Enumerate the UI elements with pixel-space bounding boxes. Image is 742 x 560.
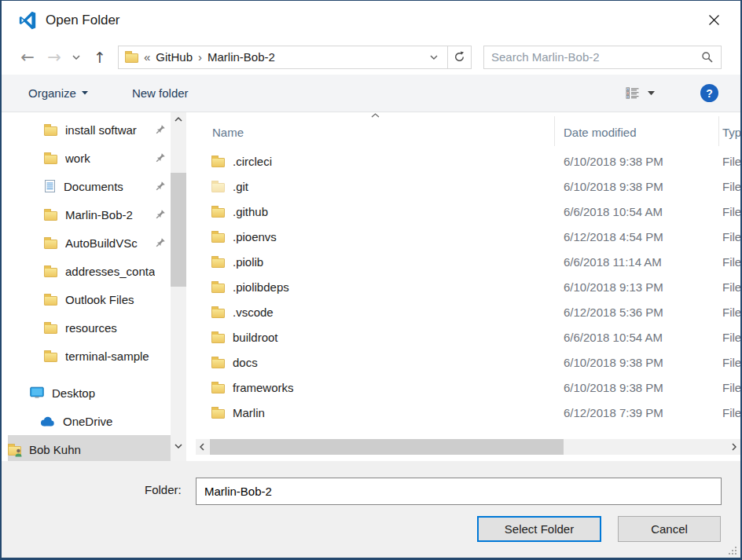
- file-row-pioenvs[interactable]: .pioenvs 6/12/2018 4:54 PM File: [196, 224, 740, 249]
- scroll-left-button[interactable]: [196, 439, 208, 455]
- refresh-icon: [454, 51, 465, 63]
- scroll-right-button[interactable]: [728, 439, 740, 455]
- folder-icon: [211, 158, 225, 167]
- list-view-icon: [626, 87, 640, 99]
- sidebar-item-documents[interactable]: Documents: [8, 172, 171, 200]
- new-folder-button[interactable]: New folder: [132, 86, 189, 100]
- folder-icon: [44, 353, 57, 362]
- command-toolbar: Organize New folder: [2, 75, 740, 112]
- sidebar-item-outlook-files[interactable]: Outlook Files: [8, 285, 171, 313]
- folder-icon: [44, 211, 57, 221]
- breadcrumb-separator: ›: [198, 50, 202, 64]
- recent-locations-button[interactable]: [68, 55, 85, 60]
- pin-icon: [156, 209, 166, 219]
- search-input[interactable]: [491, 50, 701, 64]
- navigation-bar: ← → ↑ « GitHub › Marlin-Bob-2: [2, 39, 740, 75]
- folder-icon: [211, 334, 225, 343]
- sidebar-item-resources[interactable]: resources: [8, 313, 171, 342]
- forward-button[interactable]: →: [41, 48, 68, 67]
- select-folder-button[interactable]: Select Folder: [477, 516, 601, 542]
- visual-studio-code-icon: [17, 10, 38, 31]
- horizontal-scrollbar[interactable]: [196, 439, 740, 455]
- column-headers: Name Date modified Typ: [196, 112, 740, 148]
- sidebar-item-onedrive[interactable]: OneDrive: [8, 407, 171, 435]
- folder-icon: [211, 309, 225, 318]
- breadcrumb-item-github[interactable]: GitHub: [156, 50, 193, 64]
- sidebar-item-addresses-contacts[interactable]: addresses_conta: [8, 257, 171, 285]
- help-button[interactable]: ?: [700, 84, 718, 102]
- scrollbar-thumb[interactable]: [210, 439, 564, 455]
- chevron-left-icon: [200, 443, 204, 451]
- sidebar-item-install-software[interactable]: install softwar: [8, 115, 171, 144]
- organize-label: Organize: [28, 86, 76, 100]
- folder-icon: [211, 183, 225, 192]
- search-icon[interactable]: [701, 51, 714, 64]
- sidebar-item-desktop[interactable]: Desktop: [8, 379, 171, 407]
- file-row-frameworks[interactable]: frameworks 6/10/2018 9:38 PM File: [196, 375, 740, 400]
- sidebar-item-terminal-sample[interactable]: terminal-sample: [8, 342, 171, 370]
- folder-name-input[interactable]: [196, 478, 722, 505]
- back-button[interactable]: ←: [14, 48, 41, 67]
- refresh-button[interactable]: [447, 46, 471, 68]
- folder-icon: [44, 268, 57, 277]
- chevron-down-icon: [174, 444, 182, 448]
- sidebar-item-work[interactable]: work: [8, 144, 171, 172]
- help-label: ?: [706, 87, 713, 100]
- folder-icon: [44, 240, 57, 249]
- titlebar: Open Folder: [2, 1, 740, 39]
- close-button[interactable]: [701, 8, 726, 33]
- folder-icon: [44, 324, 57, 334]
- pin-icon: [156, 237, 166, 247]
- organize-button[interactable]: Organize: [28, 86, 88, 100]
- sidebar-item-bob-kuhn[interactable]: Bob Kuhn: [8, 435, 171, 461]
- folder-icon: [44, 296, 57, 306]
- toolbar-right: ?: [626, 84, 725, 102]
- column-divider[interactable]: [718, 116, 719, 146]
- file-row-github[interactable]: .github 6/6/2018 10:54 AM File: [196, 199, 740, 224]
- column-divider[interactable]: [554, 116, 555, 146]
- file-row-circleci[interactable]: .circleci 6/10/2018 9:38 PM File: [196, 148, 740, 174]
- breadcrumb-item-current[interactable]: Marlin-Bob-2: [208, 50, 275, 64]
- breadcrumb-prefix[interactable]: «: [144, 50, 150, 64]
- chevron-down-icon: [430, 55, 438, 60]
- navigation-pane: install softwar work: [8, 112, 171, 461]
- column-header-name[interactable]: Name: [212, 126, 244, 139]
- file-row-buildroot[interactable]: buildroot 6/6/2018 10:54 AM File: [196, 324, 740, 350]
- pin-icon: [156, 181, 166, 191]
- sidebar-item-autobuildvsc[interactable]: AutoBuildVSc: [8, 229, 171, 257]
- file-row-vscode[interactable]: .vscode 6/12/2018 5:36 PM File: [196, 299, 740, 324]
- address-dropdown-button[interactable]: [427, 55, 441, 60]
- user-folder-icon: [8, 444, 21, 456]
- file-row-piolib[interactable]: .piolib 6/6/2018 11:14 AM File: [196, 249, 740, 274]
- column-header-date-modified[interactable]: Date modified: [564, 126, 637, 139]
- new-folder-label: New folder: [132, 86, 189, 100]
- scroll-up-button[interactable]: [171, 112, 186, 126]
- pin-icon: [156, 124, 166, 134]
- folder-icon: [211, 409, 225, 419]
- open-folder-dialog: Open Folder ← → ↑ « GitHub › Marlin-Bob-…: [0, 0, 742, 560]
- folder-icon: [44, 126, 57, 136]
- column-header-type[interactable]: Typ: [722, 126, 740, 139]
- folder-label: Folder:: [145, 483, 182, 496]
- file-row-docs[interactable]: docs 6/10/2018 9:38 PM File: [196, 350, 740, 375]
- cancel-button[interactable]: Cancel: [618, 516, 721, 542]
- scrollbar-thumb[interactable]: [171, 173, 186, 287]
- address-bar[interactable]: « GitHub › Marlin-Bob-2: [118, 46, 472, 69]
- documents-icon: [44, 179, 56, 193]
- file-list: .circleci 6/10/2018 9:38 PM File .git 6/…: [196, 148, 740, 439]
- close-icon: [708, 14, 720, 26]
- scrollbar-track[interactable]: [208, 439, 728, 455]
- sidebar-item-marlin-bob-2[interactable]: Marlin-Bob-2: [8, 200, 171, 229]
- file-row-marlin[interactable]: Marlin 6/12/2018 7:39 PM File: [196, 400, 740, 425]
- chevron-down-icon: [648, 91, 655, 96]
- file-row-git[interactable]: .git 6/10/2018 9:38 PM File: [196, 174, 740, 199]
- file-row-piolibdeps[interactable]: .piolibdeps 6/10/2018 9:13 PM File: [196, 274, 740, 299]
- folder-icon: [211, 233, 225, 243]
- scroll-down-button[interactable]: [171, 439, 186, 453]
- sidebar-scrollbar[interactable]: [171, 112, 186, 461]
- change-view-button[interactable]: [626, 87, 655, 99]
- onedrive-icon: [39, 416, 55, 426]
- up-button[interactable]: ↑: [85, 49, 115, 66]
- folder-icon: [211, 359, 225, 368]
- resize-grip[interactable]: [729, 547, 736, 555]
